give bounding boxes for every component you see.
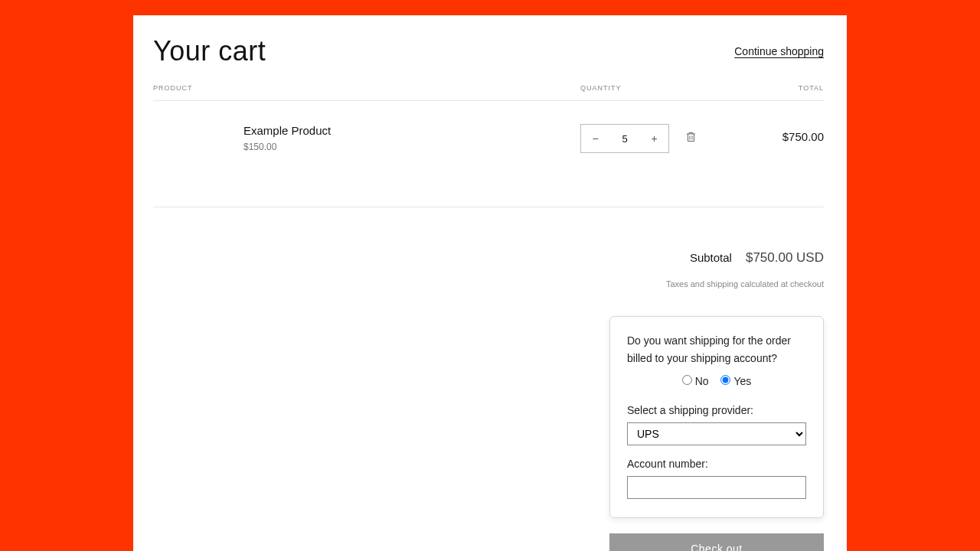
trash-icon — [686, 132, 696, 142]
order-summary: Subtotal $750.00 USD Taxes and shipping … — [609, 250, 824, 551]
continue-shopping-link[interactable]: Continue shopping — [734, 45, 824, 57]
subtotal-row: Subtotal $750.00 USD — [609, 250, 824, 266]
column-header-total: TOTAL — [756, 84, 824, 92]
remove-item-button[interactable] — [686, 132, 696, 145]
account-number-label: Account number: — [627, 458, 806, 470]
account-number-input[interactable] — [627, 476, 806, 499]
column-header-row: PRODUCT QUANTITY TOTAL — [153, 84, 824, 101]
quantity-stepper: − 5 + — [580, 124, 669, 153]
product-thumbnail — [153, 124, 227, 176]
product-name: Example Product — [243, 124, 580, 137]
shipping-billing-card: Do you want shipping for the order bille… — [609, 316, 824, 518]
product-info: Example Product $150.00 — [227, 124, 580, 152]
line-item-total: $750.00 — [756, 124, 824, 143]
cart-page: Your cart Continue shopping PRODUCT QUAN… — [133, 15, 847, 551]
radio-yes-label[interactable]: Yes — [720, 375, 751, 387]
column-header-product: PRODUCT — [153, 84, 580, 92]
shipping-radio-group: No Yes — [627, 375, 806, 387]
cart-line-item: Example Product $150.00 − 5 + $750.00 — [153, 101, 824, 207]
shipping-provider-select[interactable]: UPS — [627, 422, 806, 445]
quantity-increase-button[interactable]: + — [640, 125, 668, 152]
provider-label: Select a shipping provider: — [627, 404, 806, 416]
quantity-cell: − 5 + — [580, 124, 756, 153]
subtotal-value: $750.00 USD — [746, 250, 824, 266]
page-title: Your cart — [153, 35, 266, 67]
quantity-decrease-button[interactable]: − — [581, 125, 609, 152]
subtotal-label: Subtotal — [690, 251, 732, 264]
column-header-quantity: QUANTITY — [580, 84, 756, 92]
shipping-question: Do you want shipping for the order bille… — [627, 332, 806, 367]
quantity-value[interactable]: 5 — [609, 133, 640, 145]
radio-no-label[interactable]: No — [682, 375, 709, 387]
tax-shipping-note: Taxes and shipping calculated at checkou… — [609, 279, 824, 289]
radio-no-text: No — [695, 375, 709, 387]
radio-yes-text: Yes — [733, 375, 751, 387]
radio-yes[interactable] — [720, 375, 730, 385]
checkout-button[interactable]: Check out — [609, 533, 824, 551]
product-unit-price: $150.00 — [243, 142, 580, 152]
radio-no[interactable] — [682, 375, 692, 385]
header-row: Your cart Continue shopping — [153, 35, 824, 67]
